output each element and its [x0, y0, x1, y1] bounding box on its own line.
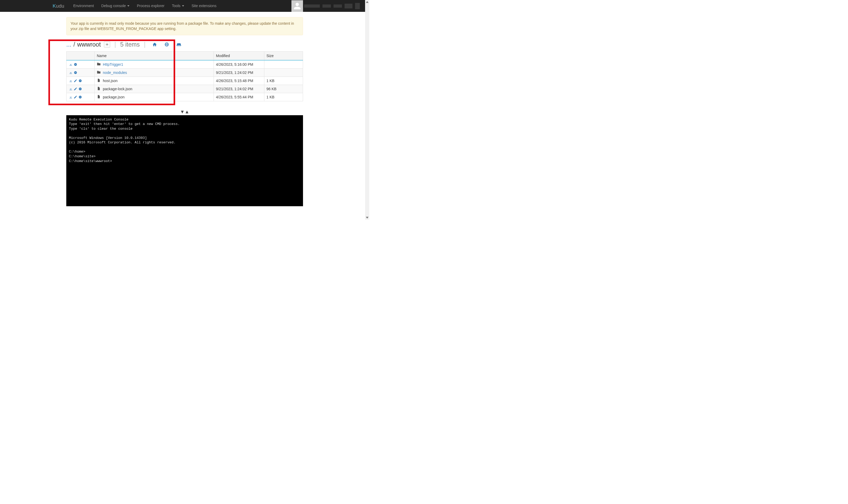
collapse-up-icon[interactable]: ▲: [185, 109, 190, 115]
redacted-block: [323, 4, 331, 7]
edit-icon[interactable]: [73, 95, 77, 99]
download-icon[interactable]: [69, 71, 73, 74]
table-row: host.json4/26/2023, 5:15:48 PM1 KB: [67, 76, 303, 85]
table-row: package.json4/26/2023, 5:55:44 PM1 KB: [67, 93, 303, 101]
row-actions: [69, 95, 92, 99]
col-actions: [67, 51, 95, 60]
row-actions: [69, 71, 92, 74]
nav-debug-console[interactable]: Debug console: [97, 0, 133, 12]
file-name: package-lock.json: [103, 87, 132, 91]
svg-rect-1: [75, 64, 76, 65]
size-cell: 1 KB: [264, 76, 303, 85]
home-icon[interactable]: [152, 42, 157, 47]
edit-icon[interactable]: [73, 79, 77, 83]
row-actions: [69, 62, 92, 66]
scroll-down-icon[interactable]: [366, 217, 368, 219]
svg-rect-3: [75, 72, 76, 73]
console-toggle: ▼ ▲: [66, 109, 303, 115]
plus-icon: [106, 43, 109, 46]
folder-link[interactable]: HttpTrigger1: [103, 62, 123, 67]
size-cell: 1 KB: [264, 93, 303, 101]
file-name-cell: package.json: [97, 95, 212, 100]
nav-tools[interactable]: Tools: [168, 0, 188, 12]
nav-site-extensions[interactable]: Site extensions: [188, 0, 220, 12]
remove-icon[interactable]: [73, 62, 77, 66]
svg-rect-9: [79, 97, 81, 97]
col-name[interactable]: Name: [95, 51, 214, 60]
breadcrumb-separator: /: [73, 41, 75, 48]
row-actions: [69, 87, 92, 91]
size-cell: 96 KB: [264, 85, 303, 93]
scroll-up-icon[interactable]: [366, 1, 368, 3]
download-icon[interactable]: [69, 95, 73, 99]
add-file-button[interactable]: [104, 41, 110, 48]
modified-cell: 9/21/2023, 1:24:02 PM: [214, 68, 264, 76]
table-row: HttpTrigger14/26/2023, 5:16:00 PM: [67, 60, 303, 69]
avatar[interactable]: [291, 0, 303, 12]
user-icon: [293, 2, 301, 10]
redacted-block: [355, 3, 360, 9]
download-icon[interactable]: [69, 87, 73, 91]
svg-rect-7: [79, 89, 81, 89]
nav-environment[interactable]: Environment: [69, 0, 97, 12]
col-size[interactable]: Size: [264, 51, 303, 60]
file-name-cell: package-lock.json: [97, 87, 212, 91]
file-name: host.json: [103, 79, 118, 83]
console[interactable]: Kudu Remote Execution Console Type 'exit…: [66, 115, 303, 206]
item-count: 5 items: [120, 41, 140, 48]
breadcrumb-current: wwwroot: [77, 41, 101, 48]
download-icon[interactable]: [69, 79, 73, 83]
brand-letter: K: [53, 3, 56, 9]
main-container: Your app is currently in read only mode …: [66, 12, 303, 206]
modified-cell: 9/21/2023, 1:24:02 PM: [214, 85, 264, 93]
table-row: package-lock.json9/21/2023, 1:24:02 PM96…: [67, 85, 303, 93]
globe-icon[interactable]: [164, 42, 169, 47]
navbar: Kudu Environment Debug console Process e…: [0, 0, 365, 12]
nav-process-explorer[interactable]: Process explorer: [133, 0, 168, 12]
redacted-block: [333, 4, 342, 7]
expand-down-icon[interactable]: ▼: [180, 109, 185, 115]
row-actions: [69, 79, 92, 83]
remove-icon[interactable]: [73, 71, 77, 74]
redacted-block: [304, 4, 320, 7]
file-icon: [97, 87, 101, 91]
svg-rect-5: [79, 80, 81, 81]
table-row: node_modules9/21/2023, 1:24:02 PM: [67, 68, 303, 76]
folder-icon: [97, 62, 101, 67]
remove-icon[interactable]: [78, 87, 82, 91]
file-icon: [97, 78, 101, 83]
remove-icon[interactable]: [78, 79, 82, 83]
redacted-block: [345, 4, 353, 8]
file-name: package.json: [103, 95, 125, 99]
file-table: Name Modified Size HttpTrigger14/26/2023…: [66, 51, 303, 101]
modified-cell: 4/26/2023, 5:55:44 PM: [214, 93, 264, 101]
chevron-down-icon: [182, 5, 184, 6]
folder-link[interactable]: node_modules: [103, 71, 127, 75]
chevron-down-icon: [127, 5, 129, 6]
col-modified[interactable]: Modified: [214, 51, 264, 60]
size-cell: [264, 68, 303, 76]
file-name-cell: host.json: [97, 78, 212, 83]
breadcrumb-parent[interactable]: ...: [66, 41, 71, 48]
modified-cell: 4/26/2023, 5:16:00 PM: [214, 60, 264, 69]
scrollbar[interactable]: [365, 0, 369, 220]
file-icon: [97, 95, 101, 100]
edit-icon[interactable]: [73, 87, 77, 91]
drive-icon[interactable]: [177, 42, 181, 47]
brand-logo[interactable]: Kudu: [53, 3, 64, 9]
download-icon[interactable]: [69, 62, 73, 66]
remove-icon[interactable]: [78, 95, 82, 99]
readonly-alert: Your app is currently in read only mode …: [66, 17, 303, 35]
user-info: [303, 3, 365, 9]
modified-cell: 4/26/2023, 5:15:48 PM: [214, 76, 264, 85]
folder-name-cell[interactable]: HttpTrigger1: [97, 62, 212, 67]
breadcrumb: ... / wwwroot | 5 items |: [66, 41, 303, 48]
toolbar-icons: [152, 42, 181, 47]
brand-rest: udu: [56, 3, 65, 9]
separator: |: [142, 41, 147, 48]
folder-icon: [97, 70, 101, 75]
size-cell: [264, 60, 303, 69]
separator: |: [112, 41, 118, 48]
folder-name-cell[interactable]: node_modules: [97, 70, 212, 75]
